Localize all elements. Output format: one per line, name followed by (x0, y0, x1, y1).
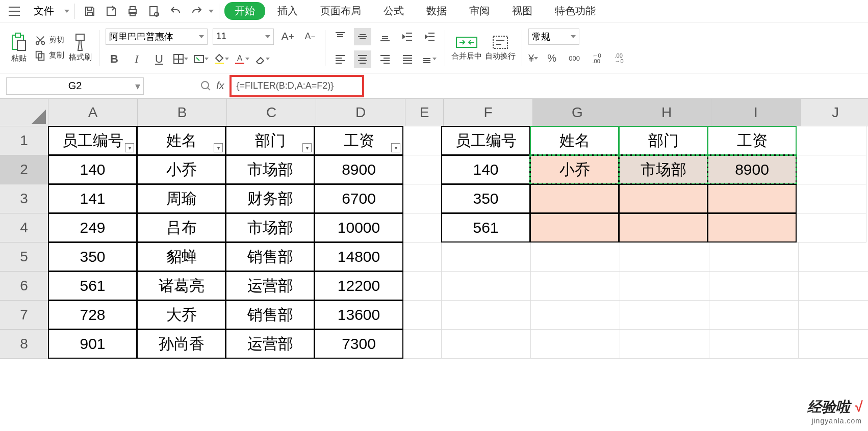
cell[interactable] (709, 272, 799, 301)
cell[interactable] (403, 155, 442, 184)
thousands-icon[interactable]: 000 (566, 50, 583, 67)
tab-start[interactable]: 开始 (224, 2, 265, 20)
cell[interactable]: 市场部 (225, 213, 315, 243)
cell[interactable] (799, 272, 868, 301)
cell[interactable]: 7300 (314, 329, 403, 359)
align-left-icon[interactable] (331, 50, 349, 68)
print-preview-icon[interactable] (144, 2, 164, 21)
underline-icon[interactable]: U (150, 50, 168, 68)
fill-style-icon[interactable] (193, 53, 209, 65)
cell[interactable]: 小乔 (137, 155, 226, 184)
percent-icon[interactable]: % (543, 50, 560, 67)
cell-active[interactable]: 小乔 (530, 155, 619, 184)
col-header[interactable]: I (711, 99, 801, 126)
decrease-font-icon[interactable]: A− (301, 28, 319, 45)
row-header[interactable]: 5 (0, 243, 48, 272)
increase-decimal-icon[interactable]: .00 →0 (610, 50, 628, 67)
cell[interactable]: 8900 (314, 155, 403, 184)
cell[interactable]: 吕布 (137, 213, 226, 243)
cell[interactable] (620, 243, 709, 272)
cell[interactable]: 市场部 (619, 155, 708, 184)
cell[interactable]: 140 (441, 155, 530, 184)
copy-button[interactable]: 复制 (35, 50, 64, 61)
cell[interactable]: 728 (48, 300, 137, 330)
eraser-icon[interactable] (254, 53, 270, 65)
cell[interactable] (619, 184, 708, 213)
cell[interactable] (619, 213, 708, 243)
row-header[interactable]: 7 (0, 301, 48, 330)
cell[interactable] (531, 330, 620, 359)
cell[interactable] (797, 184, 866, 213)
font-name-select[interactable]: 阿里巴巴普惠体 (106, 29, 208, 45)
cell[interactable] (403, 330, 442, 359)
cell[interactable] (709, 301, 799, 330)
filter-icon[interactable]: ▾ (302, 143, 312, 152)
col-header[interactable]: C (227, 99, 316, 126)
cut-button[interactable]: 剪切 (35, 35, 64, 46)
align-bottom-icon[interactable] (376, 28, 394, 45)
cell[interactable] (531, 301, 620, 330)
fill-color-icon[interactable] (214, 53, 229, 65)
cell[interactable] (707, 213, 797, 243)
row-header[interactable]: 6 (0, 272, 48, 301)
cell[interactable] (797, 155, 866, 184)
cell[interactable] (442, 272, 531, 301)
cell[interactable] (403, 272, 442, 301)
cell[interactable]: 10000 (314, 213, 403, 243)
row-header[interactable]: 4 (0, 213, 48, 243)
cell[interactable]: 部门▾ (225, 126, 315, 155)
tab-insert[interactable]: 插入 (267, 2, 308, 20)
cell[interactable]: 员工编号 (441, 126, 530, 155)
row-header[interactable]: 2 (0, 155, 48, 184)
col-header[interactable]: A (48, 99, 138, 126)
align-top-icon[interactable] (331, 28, 349, 45)
cell[interactable] (531, 243, 620, 272)
merge-center-button[interactable]: 合并居中 (451, 34, 482, 61)
cell[interactable] (442, 301, 531, 330)
cell[interactable] (797, 126, 866, 155)
cell[interactable]: 901 (48, 329, 137, 359)
col-header[interactable]: B (138, 99, 227, 126)
cell[interactable]: 市场部 (225, 155, 315, 184)
cell[interactable] (620, 301, 709, 330)
cell[interactable]: 工资▾ (314, 126, 403, 155)
italic-icon[interactable]: I (128, 50, 145, 68)
cell[interactable]: 249 (48, 213, 137, 243)
cell[interactable] (799, 330, 868, 359)
cell[interactable]: 8900 (707, 155, 797, 184)
name-box[interactable]: G2 ▾ (6, 77, 144, 95)
select-all-corner[interactable] (0, 99, 48, 126)
cell[interactable]: 孙尚香 (137, 329, 226, 359)
redo-icon[interactable] (187, 2, 207, 21)
fx-icon[interactable]: fx (216, 80, 224, 92)
cell[interactable]: 姓名 (530, 126, 619, 155)
cell[interactable]: 财务部 (225, 184, 315, 213)
tab-review[interactable]: 审阅 (459, 2, 500, 20)
cell[interactable]: 6700 (314, 184, 403, 213)
file-menu[interactable]: 文件 (25, 4, 62, 18)
cell[interactable] (442, 330, 531, 359)
cell[interactable]: 运营部 (225, 329, 315, 359)
font-color-icon[interactable]: A (234, 53, 249, 65)
decrease-decimal-icon[interactable]: ←0 .00 (588, 50, 605, 67)
tab-formula[interactable]: 公式 (373, 2, 414, 20)
cell[interactable]: 大乔 (137, 300, 226, 330)
filter-icon[interactable]: ▾ (391, 143, 400, 152)
save-as-icon[interactable] (101, 2, 121, 21)
cell[interactable] (403, 126, 442, 155)
cell[interactable]: 诸葛亮 (137, 271, 226, 301)
hamburger-icon[interactable] (5, 2, 23, 20)
cell[interactable] (799, 243, 868, 272)
cell[interactable] (620, 330, 709, 359)
bold-icon[interactable]: B (106, 50, 123, 68)
cell[interactable] (530, 184, 619, 213)
cell[interactable] (403, 213, 442, 243)
tab-page-layout[interactable]: 页面布局 (310, 2, 371, 20)
zoom-icon[interactable] (200, 80, 212, 92)
cell[interactable]: 销售部 (225, 242, 315, 272)
increase-indent-icon[interactable] (421, 28, 439, 45)
cell[interactable] (709, 330, 799, 359)
filter-icon[interactable]: ▾ (125, 143, 134, 152)
undo-icon[interactable] (166, 2, 185, 21)
cell[interactable] (797, 213, 866, 243)
